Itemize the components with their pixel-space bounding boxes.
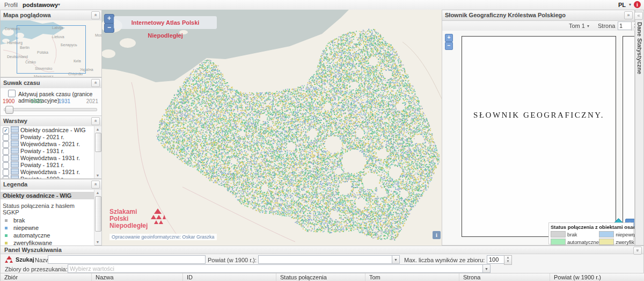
overview-map-panel: Mapa poglądowa » DanmarkHamburgBerlinDeu… [0,10,102,77]
time-slider-track[interactable] [4,108,97,111]
dict-zoom-in-button[interactable]: + [445,34,453,42]
scroll-up-icon[interactable]: ▲ [94,126,101,132]
application-window: Profil podstawowy ▾ PL ▾ i Mapa poglądow… [0,0,644,281]
legend-color-dot [5,219,8,222]
map-zoom-in-button[interactable]: + [104,14,114,24]
overlay-legend-item: automatyczne [551,239,599,245]
powiat-input[interactable] [258,255,393,264]
legend-color-dot [5,242,8,244]
zbiory-input[interactable]: Wybierz wartości [68,264,484,273]
results-column-header[interactable]: Powiat (w 1900 r.) [550,273,644,281]
scroll-up-icon[interactable]: ▲ [94,190,101,196]
results-table-header: ZbiórNazwaIDStatus połączeniaTomStronaPo… [1,273,644,281]
layer-label: Województwa - 1921 r. [20,169,80,175]
search-row: Szukaj Nazwa: Powiat (w 1900 r.): ▼ Max.… [1,254,644,265]
results-column-header[interactable]: Strona [459,273,550,281]
scanned-page-next [623,36,634,237]
layer-icon [11,168,19,175]
overview-place-label: Magyarorsz [34,75,54,77]
results-column-header[interactable]: Nazwa [92,273,183,281]
powiat-dropdown-icon[interactable]: ▼ [392,255,400,264]
tom-select[interactable]: Tom 1 [569,23,585,29]
layer-row[interactable]: Powiaty - 1900 r. [1,175,94,178]
expand-left-icon[interactable]: « [634,12,643,20]
zbiory-label: Zbiory do przeszukania: [5,266,68,272]
main-map[interactable]: + − Internetowy Atlas Polski Niepodległe… [102,10,442,246]
map-extent-rectangle[interactable] [17,25,86,74]
overview-map-header: Mapa poglądowa » [1,10,101,21]
collapse-up-icon[interactable]: » [91,181,100,189]
status-legend-overlay: Status połączenia z obiektami osadniczym… [548,222,634,244]
szukaj-button[interactable]: Szukaj [16,256,34,263]
layers-title: Warstwy [3,118,27,124]
info-icon[interactable]: i [634,1,641,8]
dictionary-content[interactable]: SŁOWNIK GEOGRAFICZNY. + − » Status połąc… [442,31,634,245]
legend-color-dot [5,234,8,237]
legend-scrollbar[interactable]: ▲ ▼ [94,190,101,245]
collapse-up-icon[interactable]: » [91,79,100,87]
year-label: 1900 [3,98,14,104]
legend-item: zweryfikowane [1,239,94,246]
results-column-header[interactable]: Status połączenia [276,273,365,281]
results-column-header[interactable]: Tom [365,273,459,281]
layer-row[interactable]: Województwa - 1931 r. [1,154,94,161]
layer-row[interactable]: Powiaty - 1931 r. [1,147,94,154]
time-slider-title: Suwak czasu [3,80,40,86]
time-checkbox[interactable] [8,90,16,97]
chevron-down-icon[interactable]: ▾ [58,2,60,7]
year-labels: 1900192119312021 [3,98,98,104]
legend-title: Legenda [3,181,27,188]
map-info-button[interactable]: i [433,231,441,239]
results-column-header[interactable]: Zbiór [1,273,92,281]
search-panel: Panel Wyszukiwania » Szukaj Nazwa: Powia… [0,246,644,281]
collections-row: Zbiory do przeszukania: Wybierz wartości… [1,264,644,273]
legend-color-dot [5,227,8,229]
nazwa-input[interactable] [48,255,206,264]
profile-select[interactable]: podstawowy [23,2,58,8]
strona-label: Strona [598,23,615,29]
collapse-right-icon[interactable]: » [624,11,633,19]
layer-row[interactable]: Powiaty - 2021 r. [1,133,94,140]
statistics-tab[interactable]: Dane Statystyczne [636,22,643,74]
dict-zoom-out-button[interactable]: − [445,42,453,50]
strona-input[interactable]: 1 [618,21,632,30]
map-attribution: Opracowanie geoinformatyczne: Oskar Gras… [109,234,217,240]
overlay-color-swatch [599,231,614,237]
collapse-down-icon[interactable]: » [633,247,642,255]
dictionary-panel: Słownik Geograficzny Królestwa Polskiego… [442,10,635,246]
year-label: 1931 [58,98,70,104]
layer-row[interactable]: Województwa - 2021 r. [1,140,94,147]
page-title-text: SŁOWNIK GEOGRAFICZNY. [462,111,616,120]
legend-item: niepewne [1,224,94,232]
overlay-legend-item: brak [551,231,599,237]
search-panel-title: Panel Wyszukiwania [4,247,62,253]
chevron-down-icon[interactable]: ▾ [629,2,631,7]
collapse-up-icon[interactable]: » [91,117,100,125]
chevron-down-icon[interactable]: ▾ [587,24,589,28]
legend-status-label: Status połączenia z hasłem SGKP [1,201,94,217]
layer-label: Obiekty osadnicze - WIG [20,127,86,133]
layer-row[interactable]: Powiaty - 1921 r. [1,161,94,168]
max-results-input[interactable]: 100 [487,255,505,264]
layer-row[interactable]: ✓Obiekty osadnicze - WIG [1,126,94,133]
collapse-up-icon[interactable]: » [91,11,100,19]
legend-item: automatyczne [1,232,94,239]
legend-header: Legenda » [1,179,101,190]
layer-label: Województwa - 2021 r. [20,141,80,147]
max-results-spinner[interactable]: ▲▼ [504,255,512,265]
search-panel-header: Panel Wyszukiwania » [1,246,643,254]
map-zoom-out-button[interactable]: − [104,23,114,33]
layer-label: Powiaty - 1900 r. [20,176,64,178]
scroll-down-icon[interactable]: ▼ [94,239,101,245]
time-slider-thumb[interactable] [5,106,13,114]
results-column-header[interactable]: ID [183,273,276,281]
legend-item: brak [1,217,94,224]
dictionary-toolbar: Tom 1 ▾ Strona 1 ▲▼ [442,21,634,32]
zbiory-dropdown-icon[interactable]: ▼ [482,264,491,273]
layer-row[interactable]: Województwa - 1921 r. [1,168,94,175]
layers-scrollbar[interactable]: ▲ ▼ [94,126,101,178]
language-select[interactable]: PL [618,2,626,8]
layer-checkbox[interactable] [3,176,9,178]
scroll-down-icon[interactable]: ▼ [94,172,101,178]
overview-map[interactable]: DanmarkHamburgBerlinDeutschlandPolskaLat… [1,20,101,77]
